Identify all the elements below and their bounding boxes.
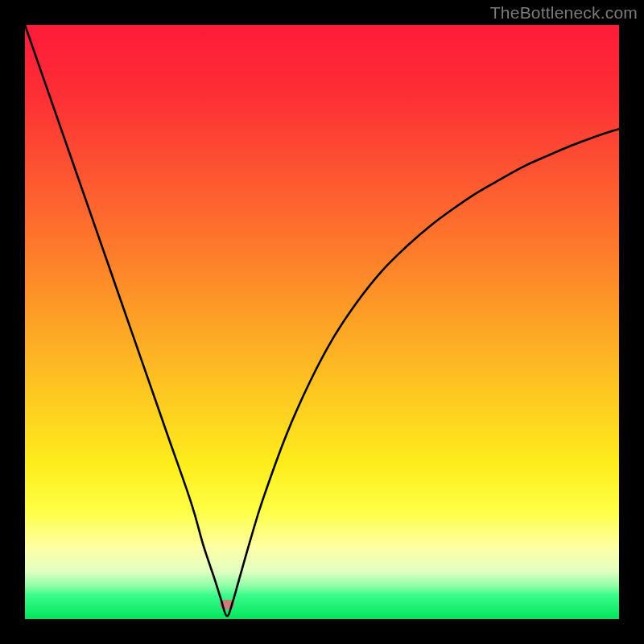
bottleneck-curve bbox=[25, 25, 619, 619]
chart-outer-frame: TheBottleneck.com bbox=[0, 0, 644, 644]
watermark-text: TheBottleneck.com bbox=[490, 3, 638, 23]
plot-area bbox=[25, 25, 619, 619]
